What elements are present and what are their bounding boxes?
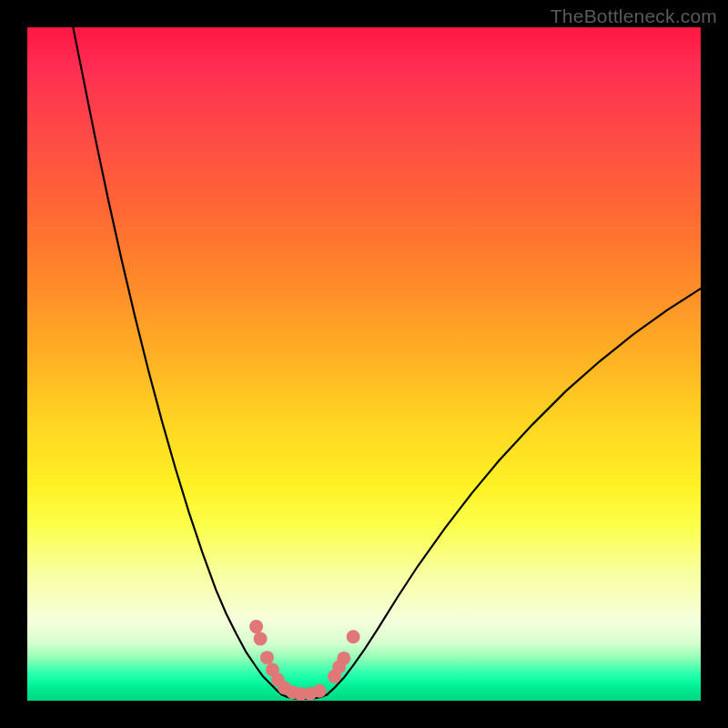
left-curve — [73, 27, 281, 694]
chart-frame: TheBottleneck.com — [0, 0, 728, 728]
highlight-dot — [249, 620, 263, 633]
highlight-dot — [260, 651, 274, 664]
highlight-dot — [337, 652, 350, 665]
highlight-dot — [347, 630, 360, 643]
right-curve — [327, 288, 701, 694]
highlight-dot — [254, 632, 268, 645]
highlight-dots — [249, 620, 360, 701]
chart-svg — [27, 27, 701, 701]
highlight-dot — [313, 684, 327, 698]
watermark-text: TheBottleneck.com — [551, 5, 717, 27]
